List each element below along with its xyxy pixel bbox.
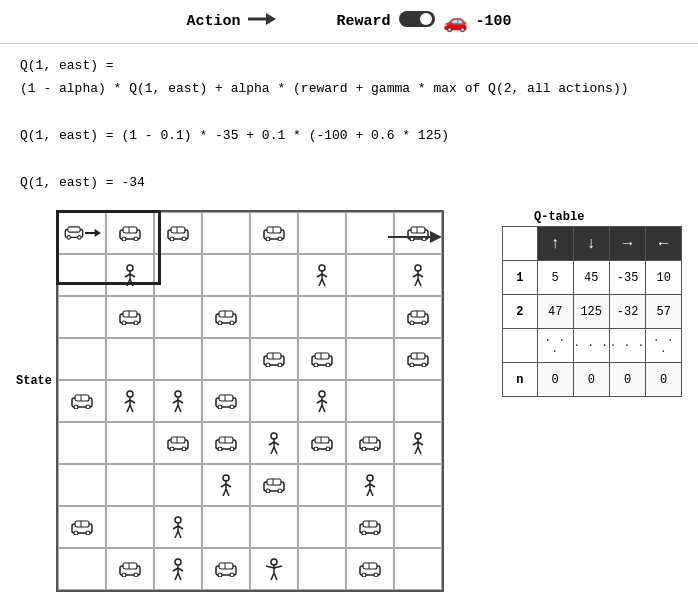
- svg-rect-128: [363, 437, 377, 443]
- svg-point-160: [175, 517, 181, 523]
- grid-cell: [346, 254, 394, 296]
- svg-rect-112: [219, 437, 233, 443]
- svg-point-80: [74, 405, 78, 409]
- svg-point-129: [362, 447, 366, 451]
- grid-cell: [202, 296, 250, 338]
- grid-cell: [58, 422, 106, 464]
- qtable-cell: 47: [537, 295, 573, 329]
- grid-cell: [154, 296, 202, 338]
- svg-point-113: [218, 447, 222, 451]
- qtable-label: Q-table: [534, 210, 682, 224]
- svg-point-108: [170, 447, 174, 451]
- action-arrow-icon: [248, 10, 276, 33]
- qtable-row: · · ·· · ·· · ·· · ·: [503, 329, 682, 363]
- svg-rect-54: [219, 311, 233, 317]
- svg-rect-74: [411, 353, 425, 359]
- grid-cell: [106, 212, 154, 254]
- qtable-cell: · · ·: [537, 329, 573, 363]
- svg-rect-26: [411, 227, 425, 233]
- qtable-row-state: 2: [503, 295, 538, 329]
- svg-point-138: [223, 475, 229, 481]
- grid-cell: [106, 338, 154, 380]
- grid-cell: [202, 506, 250, 548]
- qtable-header-row: ↑ ↓ → ←: [503, 227, 682, 261]
- svg-point-55: [218, 321, 222, 325]
- qtable-cell: 0: [609, 363, 645, 397]
- svg-point-28: [422, 237, 426, 241]
- svg-point-116: [271, 433, 277, 439]
- grid-cell: [154, 506, 202, 548]
- svg-point-70: [314, 363, 318, 367]
- svg-line-46: [415, 279, 418, 286]
- qtable-up-header: ↑: [537, 227, 573, 261]
- qtable-down-header: ↓: [573, 227, 609, 261]
- svg-point-22: [266, 237, 270, 241]
- svg-line-190: [274, 566, 282, 568]
- svg-line-164: [175, 531, 178, 538]
- grid-cell: [58, 464, 106, 506]
- svg-point-7: [77, 236, 81, 240]
- svg-point-149: [367, 475, 373, 481]
- toggle-icon: [399, 9, 435, 34]
- grid-cell: [298, 464, 346, 506]
- grid-cell: [346, 296, 394, 338]
- svg-point-109: [182, 447, 186, 451]
- svg-rect-123: [315, 437, 329, 443]
- grid-cell: [106, 464, 154, 506]
- qtable-row: 1545-3510: [503, 261, 682, 295]
- svg-rect-96: [219, 395, 233, 401]
- svg-point-30: [127, 265, 133, 271]
- qtable-row: 247125-3257: [503, 295, 682, 329]
- qtable-state-header: [503, 227, 538, 261]
- qtable-row-state: n: [503, 363, 538, 397]
- svg-point-124: [314, 447, 318, 451]
- svg-point-146: [266, 489, 270, 493]
- svg-point-36: [319, 265, 325, 271]
- svg-point-81: [86, 405, 90, 409]
- svg-point-51: [134, 321, 138, 325]
- svg-rect-59: [411, 311, 425, 317]
- grid-cell: [298, 254, 346, 296]
- svg-marker-1: [266, 13, 276, 25]
- svg-point-130: [374, 447, 378, 451]
- svg-rect-107: [171, 437, 185, 443]
- grid-cell: [394, 506, 442, 548]
- qtable-body: 1545-3510247125-3257· · ·· · ·· · ·· · ·…: [503, 261, 682, 397]
- svg-line-136: [415, 447, 418, 454]
- qtable-row-state: [503, 329, 538, 363]
- grid-cell: [250, 548, 298, 590]
- svg-line-120: [271, 447, 274, 454]
- svg-point-168: [362, 531, 366, 535]
- reward-section: Reward 🚗 -100: [336, 9, 511, 34]
- svg-line-104: [319, 405, 322, 412]
- svg-point-66: [278, 363, 282, 367]
- main-content: State 1: [0, 204, 698, 592]
- grid-wrapper: [56, 210, 444, 592]
- svg-point-61: [422, 321, 426, 325]
- svg-rect-21: [267, 227, 281, 233]
- svg-point-147: [278, 489, 282, 493]
- grid-cell: [346, 464, 394, 506]
- grid-cell: [202, 464, 250, 506]
- svg-line-47: [418, 279, 421, 286]
- svg-point-176: [175, 559, 181, 565]
- formula-line3: Q(1, east) = (1 - 0.1) * -35 + 0.1 * (-1…: [20, 124, 678, 147]
- formula-line2: (1 - alpha) * Q(1, east) + alpha * (rewa…: [20, 77, 678, 100]
- svg-line-87: [127, 405, 130, 412]
- qtable: ↑ ↓ → ← 1545-3510247125-3257· · ·· · ·· …: [502, 226, 682, 397]
- qtable-cell: -35: [609, 261, 645, 295]
- svg-line-181: [178, 573, 181, 580]
- grid-cell: [58, 254, 106, 296]
- svg-point-174: [134, 573, 138, 577]
- qtable-cell: 125: [573, 295, 609, 329]
- grid-cell: [346, 506, 394, 548]
- svg-point-114: [230, 447, 234, 451]
- grid-cell: [346, 338, 394, 380]
- qtable-row-state: 1: [503, 261, 538, 295]
- svg-line-189: [266, 566, 274, 568]
- svg-point-50: [122, 321, 126, 325]
- grid-cell: [298, 422, 346, 464]
- grid-cell: [106, 296, 154, 338]
- qtable-cell: 0: [537, 363, 573, 397]
- svg-line-34: [127, 279, 130, 286]
